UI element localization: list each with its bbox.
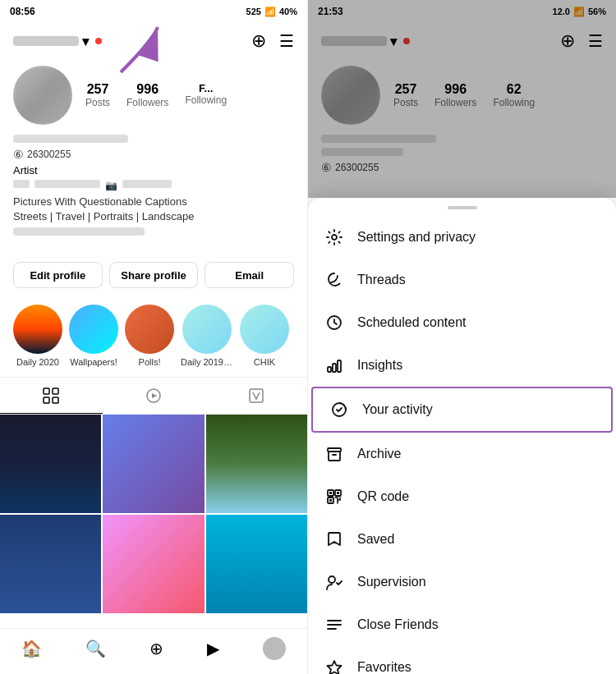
id-badge-left: ⑥ 26300255 — [13, 148, 294, 161]
story-daily2019[interactable]: Daily 2019! [S2] — [181, 305, 233, 367]
tab-tagged[interactable] — [205, 378, 307, 414]
stories-row-left: Daily 2020 Wallpapers! Polls! Daily 2019… — [0, 298, 307, 374]
story-circle-polls — [125, 305, 174, 354]
posts-stat-left: 257 Posts — [85, 82, 110, 108]
svg-rect-3 — [44, 397, 49, 403]
nav-add-icon[interactable]: ⊕ — [149, 639, 163, 658]
menu-item-threads[interactable]: Threads — [308, 259, 616, 301]
status-icons-left: 525 📶 40% — [246, 7, 297, 17]
grid-icon — [43, 387, 59, 404]
svg-rect-11 — [333, 364, 336, 372]
left-panel: 08:56 525 📶 40% ▾ ⊕ ☰ — [0, 0, 308, 674]
story-circle-daily2019 — [182, 305, 232, 354]
menu-item-qr[interactable]: QR code — [308, 475, 616, 518]
grid-photo-1[interactable] — [0, 415, 101, 513]
avatar-left — [13, 66, 72, 125]
followers-number-left: 996 — [136, 82, 159, 97]
insights-label: Insights — [357, 358, 402, 373]
time-left: 08:56 — [10, 6, 35, 17]
story-chik[interactable]: CHIK — [240, 305, 289, 367]
story-circle-wallpapers — [69, 305, 118, 354]
story-label-wallpapers: Wallpapers! — [70, 357, 117, 367]
story-label-daily2019: Daily 2019! [S2] — [181, 357, 233, 367]
grid-photo-6[interactable] — [206, 515, 307, 613]
tab-grid[interactable] — [0, 378, 103, 414]
nav-home-icon[interactable]: 🏠 — [21, 639, 42, 658]
svg-rect-19 — [337, 492, 339, 494]
menu-item-supervision[interactable]: Supervision — [308, 561, 616, 603]
followers-label-left: Followers — [126, 97, 168, 108]
menu-item-scheduled[interactable]: Scheduled content — [308, 301, 616, 344]
profile-info-row: 257 Posts 996 Followers F... Following — [13, 66, 294, 125]
menu-item-activity[interactable]: Your activity — [311, 387, 613, 433]
following-number-left: F... — [199, 82, 213, 94]
username-blur-left — [13, 36, 79, 46]
tagged-icon — [248, 387, 264, 404]
story-label-polls: Polls! — [139, 357, 161, 367]
story-label-daily2020: Daily 2020 — [16, 357, 59, 367]
story-circle-daily2020 — [13, 305, 62, 354]
svg-point-21 — [329, 576, 335, 583]
menu-item-settings[interactable]: Settings and privacy — [308, 216, 616, 259]
nav-profile-icon[interactable] — [263, 637, 286, 660]
grid-photo-3[interactable] — [206, 415, 307, 513]
profile-id-left: 26300255 — [27, 149, 71, 160]
scheduled-icon — [324, 313, 344, 332]
saved-icon — [324, 530, 344, 549]
insights-icon — [324, 355, 344, 375]
gear-icon — [324, 227, 344, 247]
display-name-blur-left — [13, 135, 128, 143]
threads-icon — [324, 270, 344, 290]
photo-grid-left — [0, 415, 307, 613]
grid-photo-2[interactable] — [103, 415, 204, 513]
story-label-chik: CHIK — [254, 357, 275, 367]
email-button[interactable]: Email — [205, 262, 294, 288]
svg-marker-6 — [152, 393, 157, 398]
svg-rect-20 — [329, 499, 332, 502]
bio-line2-left: Streets | Travel | Portraits | Landscape — [13, 209, 294, 224]
nav-search-icon[interactable]: 🔍 — [85, 639, 106, 658]
menu-item-close-friends[interactable]: Close Friends — [308, 603, 616, 646]
extra-link-blur — [13, 227, 145, 236]
menu-item-saved[interactable]: Saved — [308, 518, 616, 561]
close-friends-label: Close Friends — [357, 617, 439, 632]
share-profile-button[interactable]: Share profile — [109, 262, 199, 288]
add-post-icon[interactable]: ⊕ — [251, 30, 266, 52]
saved-label: Saved — [357, 532, 394, 547]
svg-rect-14 — [328, 448, 341, 452]
svg-rect-12 — [338, 360, 341, 372]
favorites-label: Favorites — [357, 660, 411, 674]
stats-row-left: 257 Posts 996 Followers F... Following — [85, 82, 294, 108]
story-circle-chik — [240, 305, 289, 354]
qr-label: QR code — [357, 489, 409, 504]
header-icons-left: ⊕ ☰ — [251, 30, 294, 52]
close-friends-icon — [324, 615, 344, 635]
username-left[interactable]: ▾ — [13, 34, 102, 49]
profile-buttons-left: Edit profile Share profile Email — [13, 262, 294, 288]
menu-item-favorites[interactable]: Favorites — [308, 646, 616, 674]
svg-point-8 — [332, 235, 337, 240]
tabs-row-left — [0, 377, 307, 415]
header-left: ▾ ⊕ ☰ — [0, 23, 307, 59]
edit-profile-button[interactable]: Edit profile — [13, 262, 103, 288]
supervision-label: Supervision — [357, 575, 426, 589]
bottom-nav-left: 🏠 🔍 ⊕ ▶ — [0, 628, 307, 674]
tab-reels[interactable] — [103, 378, 205, 414]
story-polls[interactable]: Polls! — [125, 305, 174, 367]
role-left: Artist — [13, 164, 294, 177]
grid-photo-4[interactable] — [0, 515, 101, 613]
svg-rect-4 — [53, 397, 58, 403]
posts-number-left: 257 — [87, 82, 109, 97]
menu-item-insights[interactable]: Insights — [308, 344, 616, 387]
supervision-icon — [324, 572, 344, 592]
story-wallpapers[interactable]: Wallpapers! — [69, 305, 118, 367]
menu-icon-left[interactable]: ☰ — [279, 31, 294, 51]
bio-line1-left: Pictures With Questionable Captions — [13, 195, 294, 209]
grid-photo-5[interactable] — [103, 515, 204, 613]
status-bar-left: 08:56 525 📶 40% — [0, 0, 307, 23]
story-daily2020[interactable]: Daily 2020 — [13, 305, 62, 367]
archive-label: Archive — [357, 447, 401, 461]
nav-reels-icon[interactable]: ▶ — [207, 639, 219, 658]
notification-dot-left — [95, 38, 102, 44]
menu-item-archive[interactable]: Archive — [308, 433, 616, 475]
